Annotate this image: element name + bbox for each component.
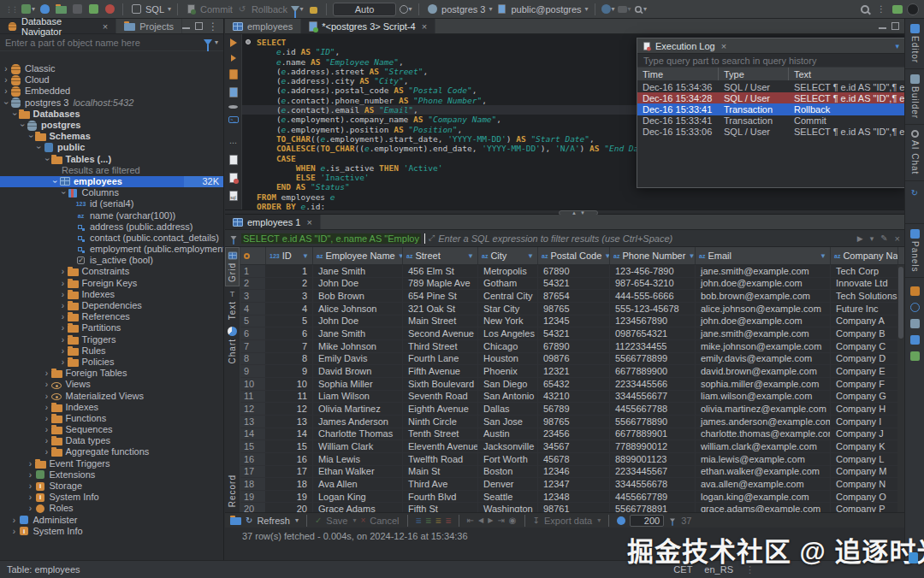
cell[interactable]: 6 — [266, 327, 313, 339]
references-panel-icon[interactable] — [910, 351, 920, 361]
table-row[interactable]: 55John DoeMain StreetNew York12345123456… — [240, 316, 904, 328]
execute-script-icon[interactable] — [229, 69, 238, 80]
log-col-text[interactable]: Text — [789, 68, 904, 80]
commit-icon[interactable] — [184, 3, 198, 16]
open-folder-icon[interactable] — [54, 3, 68, 16]
save-script-icon[interactable]: sql — [229, 191, 238, 201]
cell[interactable]: 987-654-3210 — [610, 278, 696, 290]
cell[interactable]: Jane Smith — [313, 327, 403, 339]
cell[interactable]: Fourth Blvd — [403, 491, 478, 503]
cell[interactable]: 5566778899 — [610, 353, 696, 365]
cell[interactable]: 1122334455 — [610, 340, 696, 352]
cell[interactable]: 8899001123 — [610, 453, 696, 465]
tree-toggle-icon[interactable]: › — [43, 379, 51, 390]
cell[interactable]: Company K — [831, 440, 898, 452]
cell[interactable]: 12347 — [538, 478, 610, 490]
tree-item[interactable]: 123id (serial4) — [0, 198, 223, 209]
cell[interactable]: 2233445567 — [610, 466, 696, 478]
refresh-dropdown-icon[interactable]: ▾ — [295, 516, 299, 524]
add-row-icon[interactable]: ≣ — [425, 516, 431, 525]
tree-toggle-icon[interactable]: › — [59, 322, 68, 333]
expand-filter-icon[interactable]: ⤢ — [429, 233, 435, 243]
cell[interactable]: 555-123-45678 — [610, 303, 696, 315]
calc-panel-icon[interactable] — [910, 319, 920, 328]
execute-new-tab-icon[interactable] — [231, 55, 236, 62]
cell[interactable]: Washington — [478, 503, 538, 512]
log-search-input[interactable]: Type query part to search in query histo… — [637, 54, 904, 68]
tab-editor-vertical[interactable]: Editor — [905, 19, 924, 69]
cell[interactable]: Fort Worth — [478, 453, 538, 465]
filter-icon[interactable] — [204, 39, 212, 45]
cell[interactable]: Tech Solutions — [831, 290, 898, 302]
refresh-button[interactable]: Refresh — [257, 516, 290, 526]
cell[interactable]: Tech Corp — [831, 265, 898, 277]
cell[interactable]: 5 — [266, 316, 313, 327]
vertical-scrollbar[interactable] — [897, 265, 904, 512]
tree-toggle-icon[interactable]: › — [27, 503, 35, 514]
data-grid[interactable]: 123ID▼azEmployee Name▼azStreet▼azCity▼az… — [240, 247, 904, 512]
tree-item[interactable]: ›Functions — [0, 413, 223, 424]
commit-mode-combo[interactable]: Auto — [333, 3, 396, 16]
cell[interactable]: Fifth St — [403, 503, 478, 512]
tree-toggle-icon[interactable]: › — [2, 74, 10, 86]
cell[interactable]: Houston — [478, 353, 538, 365]
cell[interactable]: Fourth Lane — [403, 353, 478, 365]
cell[interactable]: liam.wilson@example.com — [696, 391, 831, 403]
cell[interactable]: emily.davis@example.com — [696, 353, 831, 365]
results-filter-bar[interactable]: SELECT e.id AS "ID", e.name AS "Employ ⤢… — [225, 230, 904, 247]
tree-toggle-icon[interactable]: › — [59, 311, 68, 322]
cell[interactable]: New York — [478, 316, 538, 327]
close-icon[interactable]: × — [306, 217, 311, 227]
cell[interactable]: Ava Allen — [313, 478, 403, 490]
tree-toggle-icon[interactable]: › — [27, 458, 35, 469]
tree-toggle-icon[interactable]: › — [10, 526, 19, 537]
cell[interactable]: Company D — [831, 353, 898, 365]
cell[interactable]: William Clark — [313, 440, 403, 452]
tab-ai-chat-vertical[interactable]: AI Chat — [905, 125, 924, 180]
user-avatar[interactable] — [907, 3, 919, 15]
tree-toggle-icon[interactable]: › — [50, 177, 61, 186]
fetch-size-input[interactable]: 200 — [630, 515, 664, 527]
cell[interactable]: 19 — [266, 491, 313, 503]
cell[interactable]: 456 Elm St — [403, 265, 478, 277]
sort-filter-icon[interactable]: ▼ — [688, 252, 695, 260]
connection-dropdown-icon[interactable]: ▾ — [489, 5, 492, 13]
tree-item[interactable]: ›Sequences — [0, 424, 223, 435]
sort-filter-icon[interactable]: ▼ — [302, 252, 309, 260]
connection-selector[interactable]: postgres 3 — [441, 4, 485, 15]
tree-toggle-icon[interactable]: › — [10, 515, 19, 526]
sql-editor-button[interactable]: SQL — [145, 4, 164, 15]
panel-toggle-icon[interactable] — [230, 517, 241, 525]
cell[interactable]: 9 — [266, 365, 313, 377]
cell[interactable]: 98761 — [538, 503, 610, 512]
tree-item[interactable]: ›Dependencies — [0, 300, 223, 311]
tree-toggle-icon[interactable]: › — [59, 278, 68, 289]
tree-toggle-icon[interactable]: › — [1, 98, 12, 107]
tree-toggle-icon[interactable]: › — [2, 63, 10, 74]
object-filter-row[interactable]: Enter a part of object name here ▾ — [0, 34, 223, 51]
cell[interactable]: Company E — [831, 365, 898, 377]
previous-row-icon[interactable]: ◀ — [478, 516, 483, 524]
cell[interactable]: 43210 — [538, 391, 610, 403]
cell[interactable]: sophia.miller@example.com — [696, 378, 831, 390]
log-row[interactable]: Dec-16 15:33:06SQL / UserSELECT ¶ e.id A… — [637, 127, 904, 138]
cell[interactable]: 7 — [266, 340, 313, 352]
tab-builder-vertical[interactable]: Builder — [905, 69, 924, 125]
cell[interactable]: 7788990012 — [610, 440, 696, 452]
cell[interactable]: 67890 — [538, 340, 610, 352]
tree-item[interactable]: ›Administer — [0, 515, 223, 526]
cell[interactable]: Company N — [831, 478, 898, 490]
cell[interactable]: Ninth Circle — [403, 416, 478, 428]
table-row[interactable]: 1515William ClarkEleventh AvenueJacksonv… — [240, 440, 904, 453]
tree-item[interactable]: ›postgres — [0, 120, 223, 131]
cell[interactable]: john.doe@example.com — [696, 278, 831, 290]
fetch-settings-icon[interactable] — [617, 516, 625, 525]
tree-toggle-icon[interactable]: › — [59, 334, 68, 345]
cell[interactable]: 15 — [266, 440, 313, 452]
explain-plan-icon[interactable] — [229, 87, 238, 97]
cell[interactable]: Company M — [831, 466, 898, 478]
log-row[interactable]: Dec-16 15:34:28SQL / UserSELECT ¶ e.id A… — [637, 92, 904, 103]
tab-database-navigator[interactable]: Database Navigator × — [0, 19, 116, 33]
cell[interactable]: Third Ave — [403, 478, 478, 490]
table-row[interactable]: 1414Charlotte ThomasTenth StreetAustin23… — [240, 428, 904, 441]
